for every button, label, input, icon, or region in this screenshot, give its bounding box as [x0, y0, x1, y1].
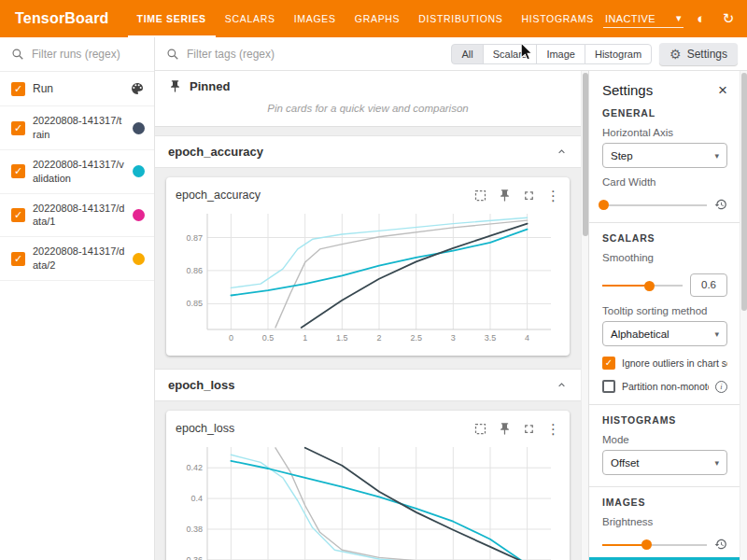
svg-text:0.38: 0.38 — [186, 525, 203, 534]
more-options-icon[interactable]: ⋮ — [546, 189, 560, 203]
smoothing-slider[interactable] — [602, 279, 683, 291]
partition-x-axis-row[interactable]: ✓ Partition non-monotonic X axis i — [602, 380, 727, 393]
search-icon — [166, 48, 179, 61]
run-checkbox[interactable]: ✓ — [11, 252, 25, 266]
tooltip-sorting-select[interactable]: Alphabetical ▾ — [602, 321, 727, 346]
tab-images[interactable]: IMAGES — [285, 0, 345, 37]
pinned-title: Pinned — [190, 79, 230, 93]
chip-all[interactable]: All — [451, 44, 483, 64]
ignore-outliers-row[interactable]: ✓ Ignore outliers in chart scaling — [602, 357, 727, 370]
svg-text:0.5: 0.5 — [262, 333, 275, 343]
chevron-down-icon: ▾ — [714, 151, 719, 161]
run-row-train[interactable]: ✓ 20220808-141317/train — [0, 106, 154, 150]
svg-text:3.5: 3.5 — [485, 333, 497, 343]
chevron-up-icon[interactable] — [556, 379, 568, 391]
run-color-dot[interactable] — [133, 165, 145, 177]
horizontal-axis-select[interactable]: Step ▾ — [602, 143, 727, 168]
chevron-down-icon: ▾ — [676, 12, 682, 24]
chevron-down-icon: ▾ — [714, 458, 719, 468]
smoothing-label: Smoothing — [602, 252, 727, 263]
pin-icon[interactable] — [498, 422, 512, 436]
dark-mode-icon[interactable]: ◐ — [692, 9, 711, 28]
run-select-all-row[interactable]: ✓ Run — [0, 72, 154, 106]
palette-icon[interactable] — [130, 81, 145, 96]
card-width-label: Card Width — [602, 176, 727, 188]
filter-tags-input[interactable]: Filter tags (regex) — [166, 48, 444, 61]
run-label: 20220808-141317/data/2 — [33, 245, 125, 273]
settings-button[interactable]: ⚙ Settings — [659, 43, 738, 65]
scrollbar-thumb[interactable] — [741, 73, 747, 311]
app-logo: TensorBoard — [15, 10, 109, 27]
run-color-dot[interactable] — [133, 122, 145, 134]
fit-to-data-icon[interactable] — [473, 189, 487, 203]
select-all-checkbox[interactable]: ✓ — [11, 82, 25, 96]
chevron-up-icon[interactable] — [556, 146, 568, 158]
svg-text:0.36: 0.36 — [186, 555, 203, 560]
pinned-section: Pinned Pin cards for a quick view and co… — [155, 71, 581, 127]
settings-panel: Settings × GENERAL Horizontal Axis Step … — [589, 71, 740, 560]
slider-thumb[interactable] — [641, 539, 652, 550]
tab-histograms[interactable]: HISTOGRAMS — [513, 0, 603, 37]
chip-scalars[interactable]: Scalars — [483, 44, 538, 64]
tab-graphs[interactable]: GRAPHS — [345, 0, 410, 37]
svg-text:0.42: 0.42 — [186, 463, 203, 472]
refresh-icon[interactable]: ↻ — [719, 9, 738, 28]
section-header-epoch-accuracy[interactable]: epoch_accuracy — [155, 135, 581, 168]
tab-time-series[interactable]: TIME SERIES — [128, 0, 216, 37]
histogram-mode-select[interactable]: Offset ▾ — [602, 450, 727, 475]
histogram-mode-label: Mode — [602, 434, 727, 445]
status-label: INACTIVE — [605, 13, 655, 24]
brightness-slider[interactable] — [602, 539, 707, 551]
header-controls: INACTIVE ▾ ◐ ↻ ⚙ ? — [603, 9, 747, 28]
run-color-dot[interactable] — [133, 209, 145, 221]
svg-text:0.85: 0.85 — [186, 299, 203, 308]
brightness-label: Brightness — [602, 516, 727, 527]
tooltip-sorting-label: Tooltip sorting method — [602, 305, 727, 316]
search-icon — [11, 48, 24, 61]
svg-text:1.5: 1.5 — [336, 333, 348, 343]
ignore-outliers-checkbox[interactable]: ✓ — [602, 357, 615, 370]
svg-text:0.86: 0.86 — [186, 266, 203, 275]
filter-runs-input[interactable]: Filter runs (regex) — [0, 37, 154, 72]
main-scrollbar[interactable] — [581, 71, 588, 560]
run-checkbox[interactable]: ✓ — [11, 208, 25, 222]
close-icon[interactable]: × — [718, 82, 727, 98]
run-row-data-2[interactable]: ✓ 20220808-141317/data/2 — [0, 237, 154, 281]
app-header: TensorBoard TIME SERIES SCALARS IMAGES G… — [0, 0, 747, 37]
reload-status-select[interactable]: INACTIVE ▾ — [603, 9, 684, 28]
run-label: 20220808-141317/train — [33, 114, 125, 142]
run-checkbox[interactable]: ✓ — [11, 164, 25, 178]
slider-thumb[interactable] — [599, 200, 609, 210]
filter-tags-placeholder: Filter tags (regex) — [187, 48, 275, 61]
slider-thumb[interactable] — [644, 281, 655, 291]
fit-to-data-icon[interactable] — [473, 422, 487, 436]
fullscreen-icon[interactable] — [522, 422, 536, 436]
fullscreen-icon[interactable] — [522, 189, 536, 203]
epoch-accuracy-region: epoch_accuracy — [155, 168, 581, 369]
settings-scrollbar[interactable] — [740, 71, 747, 560]
reset-icon[interactable] — [714, 198, 727, 211]
epoch-accuracy-chart[interactable]: 00.511.522.533.540.850.860.87 — [176, 206, 560, 350]
chevron-down-icon: ▾ — [714, 329, 719, 339]
tab-scalars[interactable]: SCALARS — [216, 0, 285, 37]
filter-runs-placeholder: Filter runs (regex) — [32, 48, 120, 61]
run-row-data-1[interactable]: ✓ 20220808-141317/data/1 — [0, 194, 154, 238]
chip-histogram[interactable]: Histogram — [585, 44, 652, 64]
card-width-slider[interactable] — [602, 199, 707, 211]
smoothing-value-input[interactable]: 0.6 — [690, 273, 727, 297]
settings-title: Settings — [602, 82, 653, 98]
run-row-validation[interactable]: ✓ 20220808-141317/validation — [0, 150, 154, 194]
run-column-label: Run — [33, 81, 122, 96]
section-header-epoch-loss[interactable]: epoch_loss — [155, 369, 581, 401]
pin-icon[interactable] — [498, 189, 512, 203]
partition-x-axis-checkbox[interactable]: ✓ — [602, 380, 615, 393]
reset-icon[interactable] — [714, 538, 727, 551]
tab-distributions[interactable]: DISTRIBUTIONS — [409, 0, 512, 37]
run-label: 20220808-141317/validation — [33, 158, 125, 186]
info-icon[interactable]: i — [715, 381, 727, 393]
more-options-icon[interactable]: ⋮ — [546, 422, 560, 436]
run-checkbox[interactable]: ✓ — [11, 121, 25, 135]
epoch-loss-chart[interactable]: 00.511.522.533.540.360.380.40.42 — [176, 440, 560, 560]
run-color-dot[interactable] — [133, 253, 145, 265]
chip-image[interactable]: Image — [536, 44, 585, 64]
